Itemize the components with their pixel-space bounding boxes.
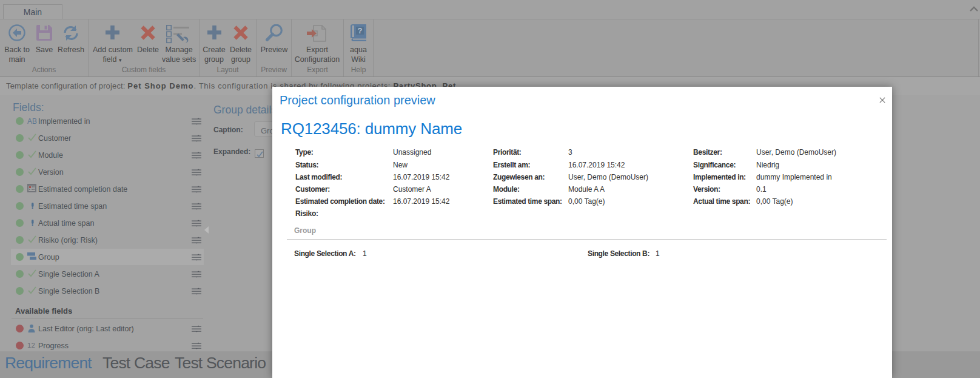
svg-text:?: ? [358, 26, 363, 35]
